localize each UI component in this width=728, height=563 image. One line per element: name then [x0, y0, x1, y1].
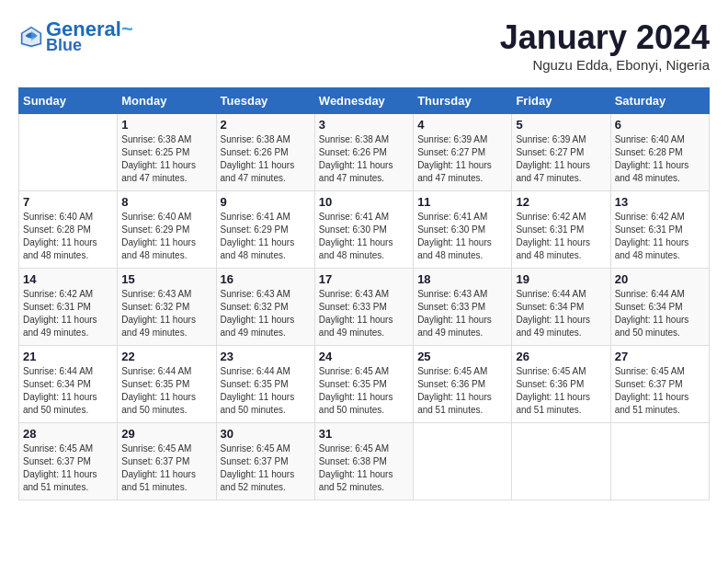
day-info: Sunrise: 6:45 AM Sunset: 6:37 PM Dayligh…	[23, 442, 113, 494]
calendar-cell: 6Sunrise: 6:40 AM Sunset: 6:28 PM Daylig…	[610, 114, 709, 191]
day-info: Sunrise: 6:39 AM Sunset: 6:27 PM Dayligh…	[417, 133, 507, 185]
header-cell-sunday: Sunday	[19, 88, 118, 114]
calendar-week-row: 7Sunrise: 6:40 AM Sunset: 6:28 PM Daylig…	[19, 191, 710, 269]
day-number: 29	[121, 427, 211, 441]
calendar-cell: 7Sunrise: 6:40 AM Sunset: 6:28 PM Daylig…	[19, 191, 118, 269]
day-info: Sunrise: 6:45 AM Sunset: 6:36 PM Dayligh…	[516, 365, 606, 417]
day-number: 1	[121, 118, 211, 132]
day-number: 16	[221, 272, 311, 286]
day-number: 28	[23, 427, 113, 441]
day-number: 20	[615, 272, 705, 286]
header-cell-friday: Friday	[512, 88, 610, 114]
day-info: Sunrise: 6:40 AM Sunset: 6:29 PM Dayligh…	[121, 211, 211, 262]
calendar-cell: 23Sunrise: 6:44 AM Sunset: 6:35 PM Dayli…	[216, 346, 314, 423]
header-cell-thursday: Thursday	[414, 88, 512, 114]
header-cell-saturday: Saturday	[610, 88, 709, 114]
day-number: 15	[121, 272, 211, 286]
day-number: 2	[221, 118, 311, 132]
day-info: Sunrise: 6:44 AM Sunset: 6:35 PM Dayligh…	[221, 365, 311, 417]
logo: General~ Blue	[18, 18, 133, 55]
day-info: Sunrise: 6:45 AM Sunset: 6:37 PM Dayligh…	[615, 365, 705, 417]
day-number: 31	[319, 427, 409, 441]
calendar-cell: 29Sunrise: 6:45 AM Sunset: 6:37 PM Dayli…	[118, 423, 216, 500]
logo-wave: ~	[121, 17, 133, 40]
calendar-cell: 21Sunrise: 6:44 AM Sunset: 6:34 PM Dayli…	[19, 346, 118, 423]
calendar-cell: 25Sunrise: 6:45 AM Sunset: 6:36 PM Dayli…	[414, 346, 512, 423]
day-info: Sunrise: 6:45 AM Sunset: 6:38 PM Dayligh…	[319, 442, 409, 494]
calendar-cell: 10Sunrise: 6:41 AM Sunset: 6:30 PM Dayli…	[314, 191, 413, 269]
day-number: 21	[23, 350, 113, 363]
day-number: 18	[417, 272, 507, 286]
calendar-cell: 4Sunrise: 6:39 AM Sunset: 6:27 PM Daylig…	[414, 114, 512, 191]
day-number: 12	[516, 195, 606, 209]
day-number: 13	[615, 195, 705, 209]
day-info: Sunrise: 6:38 AM Sunset: 6:26 PM Dayligh…	[319, 133, 409, 185]
logo-text: General~ Blue	[46, 18, 133, 55]
day-number: 26	[516, 350, 606, 363]
logo-icon	[18, 24, 44, 50]
day-info: Sunrise: 6:41 AM Sunset: 6:30 PM Dayligh…	[319, 211, 409, 262]
day-info: Sunrise: 6:41 AM Sunset: 6:30 PM Dayligh…	[417, 211, 507, 262]
day-number: 14	[23, 272, 113, 286]
calendar-cell: 8Sunrise: 6:40 AM Sunset: 6:29 PM Daylig…	[118, 191, 216, 269]
calendar-cell	[512, 423, 610, 500]
day-info: Sunrise: 6:43 AM Sunset: 6:33 PM Dayligh…	[417, 288, 507, 339]
day-number: 17	[319, 272, 409, 286]
day-info: Sunrise: 6:45 AM Sunset: 6:37 PM Dayligh…	[121, 442, 211, 494]
calendar-cell: 14Sunrise: 6:42 AM Sunset: 6:31 PM Dayli…	[19, 269, 118, 346]
calendar-cell: 27Sunrise: 6:45 AM Sunset: 6:37 PM Dayli…	[610, 346, 709, 423]
day-info: Sunrise: 6:45 AM Sunset: 6:35 PM Dayligh…	[319, 365, 409, 417]
day-number: 23	[221, 350, 311, 363]
calendar-cell: 2Sunrise: 6:38 AM Sunset: 6:26 PM Daylig…	[216, 114, 314, 191]
day-info: Sunrise: 6:38 AM Sunset: 6:26 PM Dayligh…	[221, 133, 311, 185]
title-block: January 2024 Nguzu Edda, Ebonyi, Nigeria	[500, 18, 710, 73]
day-number: 22	[121, 350, 211, 363]
day-info: Sunrise: 6:43 AM Sunset: 6:32 PM Dayligh…	[221, 288, 311, 339]
calendar-cell	[610, 423, 709, 500]
day-info: Sunrise: 6:45 AM Sunset: 6:36 PM Dayligh…	[417, 365, 507, 417]
calendar-cell: 30Sunrise: 6:45 AM Sunset: 6:37 PM Dayli…	[216, 423, 314, 500]
day-info: Sunrise: 6:41 AM Sunset: 6:29 PM Dayligh…	[221, 211, 311, 262]
calendar-cell: 22Sunrise: 6:44 AM Sunset: 6:35 PM Dayli…	[118, 346, 216, 423]
day-info: Sunrise: 6:45 AM Sunset: 6:37 PM Dayligh…	[221, 442, 311, 494]
month-title: January 2024	[500, 18, 710, 57]
location: Nguzu Edda, Ebonyi, Nigeria	[500, 57, 710, 73]
day-number: 25	[417, 350, 507, 363]
calendar-cell: 15Sunrise: 6:43 AM Sunset: 6:32 PM Dayli…	[118, 269, 216, 346]
calendar-cell: 18Sunrise: 6:43 AM Sunset: 6:33 PM Dayli…	[414, 269, 512, 346]
calendar-cell: 17Sunrise: 6:43 AM Sunset: 6:33 PM Dayli…	[314, 269, 413, 346]
day-info: Sunrise: 6:42 AM Sunset: 6:31 PM Dayligh…	[23, 288, 113, 339]
day-number: 10	[319, 195, 409, 209]
calendar-table: SundayMondayTuesdayWednesdayThursdayFrid…	[18, 87, 710, 500]
calendar-cell: 26Sunrise: 6:45 AM Sunset: 6:36 PM Dayli…	[512, 346, 610, 423]
calendar-cell: 12Sunrise: 6:42 AM Sunset: 6:31 PM Dayli…	[512, 191, 610, 269]
day-info: Sunrise: 6:44 AM Sunset: 6:34 PM Dayligh…	[615, 288, 705, 339]
calendar-cell	[414, 423, 512, 500]
day-info: Sunrise: 6:42 AM Sunset: 6:31 PM Dayligh…	[516, 211, 606, 262]
day-number: 19	[516, 272, 606, 286]
header-cell-tuesday: Tuesday	[216, 88, 314, 114]
calendar-week-row: 21Sunrise: 6:44 AM Sunset: 6:34 PM Dayli…	[19, 346, 710, 423]
header-cell-monday: Monday	[118, 88, 216, 114]
calendar-week-row: 28Sunrise: 6:45 AM Sunset: 6:37 PM Dayli…	[19, 423, 710, 500]
day-info: Sunrise: 6:40 AM Sunset: 6:28 PM Dayligh…	[615, 133, 705, 185]
calendar-week-row: 14Sunrise: 6:42 AM Sunset: 6:31 PM Dayli…	[19, 269, 710, 346]
day-number: 6	[615, 118, 705, 132]
calendar-cell: 13Sunrise: 6:42 AM Sunset: 6:31 PM Dayli…	[610, 191, 709, 269]
calendar-cell: 31Sunrise: 6:45 AM Sunset: 6:38 PM Dayli…	[314, 423, 413, 500]
day-info: Sunrise: 6:42 AM Sunset: 6:31 PM Dayligh…	[615, 211, 705, 262]
day-info: Sunrise: 6:38 AM Sunset: 6:25 PM Dayligh…	[121, 133, 211, 185]
calendar-cell: 24Sunrise: 6:45 AM Sunset: 6:35 PM Dayli…	[314, 346, 413, 423]
day-number: 3	[319, 118, 409, 132]
page-header: General~ Blue January 2024 Nguzu Edda, E…	[18, 18, 710, 73]
day-number: 9	[221, 195, 311, 209]
day-number: 5	[516, 118, 606, 132]
calendar-cell: 9Sunrise: 6:41 AM Sunset: 6:29 PM Daylig…	[216, 191, 314, 269]
day-info: Sunrise: 6:44 AM Sunset: 6:34 PM Dayligh…	[23, 365, 113, 417]
header-cell-wednesday: Wednesday	[314, 88, 413, 114]
day-info: Sunrise: 6:43 AM Sunset: 6:32 PM Dayligh…	[121, 288, 211, 339]
calendar-week-row: 1Sunrise: 6:38 AM Sunset: 6:25 PM Daylig…	[19, 114, 710, 191]
calendar-cell: 11Sunrise: 6:41 AM Sunset: 6:30 PM Dayli…	[414, 191, 512, 269]
day-number: 27	[615, 350, 705, 363]
day-number: 4	[417, 118, 507, 132]
